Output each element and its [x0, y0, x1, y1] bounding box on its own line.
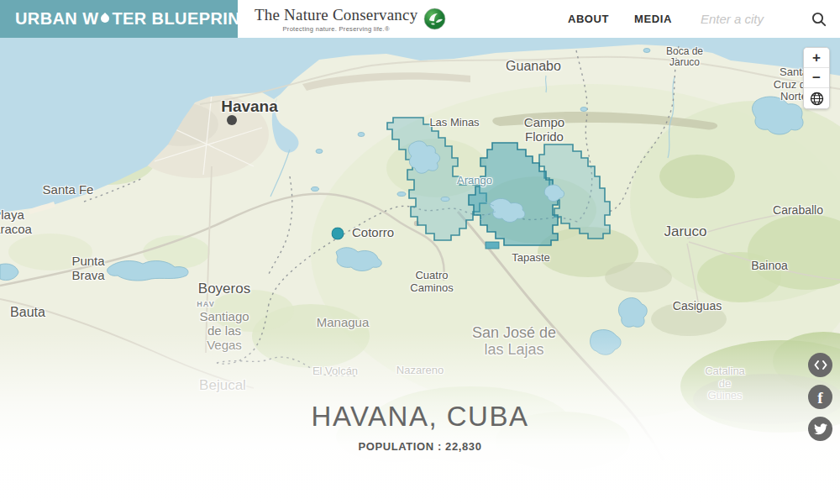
nature-conservancy-logo[interactable]: The Nature Conservancy Protecting nature… — [255, 6, 446, 33]
map-label-havana: Havana — [221, 97, 278, 115]
globe-reset-button[interactable] — [804, 88, 829, 108]
map-label-santa-fe: Santa Fe — [43, 183, 94, 197]
water-drop-icon — [99, 12, 111, 24]
map-label-santiago-de-las-vegas: Santiagode lasVegas — [199, 310, 249, 352]
zoom-out-button[interactable]: − — [804, 68, 829, 88]
map-label-boca-de-jaruco: Boca deJaruco — [666, 46, 703, 69]
map-label-caraballo: Caraballo — [773, 204, 823, 218]
map-label-guanabo: Guanabo — [506, 59, 561, 74]
map-label-managua: Managua — [317, 316, 370, 330]
map-label-cuatro-caminos: CuatroCaminos — [410, 270, 453, 294]
embed-button[interactable] — [808, 353, 832, 377]
map-canvas[interactable]: HavanaSanta FePlayaBaracoaPuntaBravaBaut… — [0, 38, 840, 504]
zoom-control: + − — [803, 47, 830, 109]
map-label-las-minas: Las Minas — [429, 117, 479, 129]
map-label-catalina-de-guines: CatalinadeGüines — [705, 365, 745, 402]
map-label-boyeros: Boyeros — [198, 281, 250, 297]
tnc-tagline: Protecting nature. Preserving life.® — [283, 25, 390, 33]
map-label-arango: Arango — [457, 175, 492, 187]
map-label-jaruco: Jaruco — [664, 223, 706, 239]
map-label-cotorro: Cotorro — [352, 226, 394, 240]
zoom-in-button[interactable]: + — [804, 48, 829, 68]
twitter-button[interactable] — [808, 417, 832, 441]
search-icon[interactable] — [811, 12, 827, 27]
tnc-name: The Nature Conservancy — [255, 6, 417, 24]
map-label-casiguas: Casiguas — [673, 300, 722, 313]
map-label-tapaste: Tapaste — [512, 252, 550, 265]
header: URBAN WTER BLUEPRINT The Nature Conserva… — [0, 0, 840, 38]
havana-marker — [227, 115, 237, 125]
map-label-hav: HAV — [197, 300, 214, 308]
share-buttons: f — [808, 353, 832, 441]
search-input[interactable] — [701, 12, 800, 26]
map-label-punta-brava: PuntaBrava — [71, 255, 104, 283]
map-label-bauta: Bauta — [10, 305, 45, 320]
nav-about[interactable]: ABOUT — [568, 13, 609, 25]
globe-icon — [810, 92, 824, 106]
map-label-bejucal: Bejucal — [199, 377, 246, 393]
facebook-button[interactable]: f — [808, 385, 832, 409]
main-nav: ABOUT MEDIA — [568, 13, 672, 25]
twitter-icon — [814, 423, 827, 435]
map-label-playa-baracoa: PlayaBaracoa — [0, 208, 32, 237]
map-label-campo-florido: CampoFlorido — [524, 116, 564, 144]
map-label-nazareno: Nazareno — [396, 365, 444, 377]
map-label-el-volcan: El Volcán — [312, 365, 358, 378]
nav-media[interactable]: MEDIA — [634, 13, 672, 25]
facebook-icon: f — [817, 390, 822, 406]
map-label-san-jose-de-las-lajas: San José delas Lajas — [472, 324, 556, 358]
city-search — [701, 12, 827, 27]
tnc-globe-icon — [423, 8, 446, 30]
embed-icon — [814, 360, 827, 370]
site-logo-text: URBAN WTER BLUEPRINT — [15, 9, 251, 29]
site-logo[interactable]: URBAN WTER BLUEPRINT — [0, 0, 238, 38]
map-label-bainoa: Bainoa — [751, 260, 788, 273]
cotorro-marker[interactable] — [332, 228, 344, 240]
